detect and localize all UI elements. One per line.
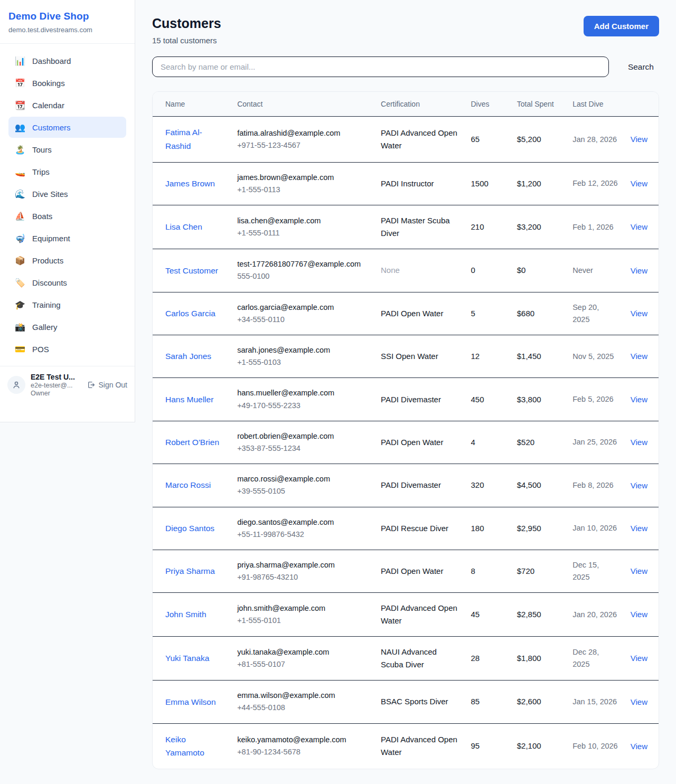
table-row: Test Customertest-1772681807767@example.…	[153, 249, 659, 292]
add-customer-button[interactable]: Add Customer	[584, 16, 659, 36]
calendar-date-icon: 📅	[15, 78, 25, 88]
customer-name-link[interactable]: Robert O'Brien	[165, 438, 219, 447]
view-customer-link[interactable]: View	[631, 742, 647, 751]
view-customer-link[interactable]: View	[631, 610, 647, 619]
diving-mask-icon: 🤿	[15, 233, 25, 243]
table-row: Sarah Jonessarah.jones@example.com+1-555…	[153, 335, 659, 378]
customer-name-link[interactable]: Carlos Garcia	[165, 309, 215, 318]
sidebar-item-products[interactable]: 📦Products	[8, 250, 126, 271]
view-customer-link[interactable]: View	[631, 135, 647, 144]
customer-certification: PADI Rescue Diver	[381, 522, 458, 535]
view-customer-link[interactable]: View	[631, 222, 647, 231]
customer-certification: None	[381, 264, 458, 277]
dives-cell: 210	[464, 205, 510, 249]
customer-certification: PADI Divemaster	[381, 393, 458, 406]
contact-cell: priya.sharma@example.com+91-98765-43210	[231, 550, 374, 592]
dives-cell: 0	[464, 249, 510, 292]
tear-calendar-icon: 📆	[15, 100, 25, 110]
customer-name-link[interactable]: Hans Mueller	[165, 395, 213, 404]
view-customer-link[interactable]: View	[631, 266, 647, 275]
customer-name-link[interactable]: Emma Wilson	[165, 697, 216, 706]
customer-name-link[interactable]: Keiko Yamamoto	[165, 735, 204, 758]
sidebar-item-dashboard[interactable]: 📊Dashboard	[8, 50, 126, 71]
customer-name-link[interactable]: Marco Rossi	[165, 480, 211, 489]
customer-dives: 65	[471, 133, 504, 146]
dives-cell: 8	[464, 550, 510, 592]
view-customer-link[interactable]: View	[631, 438, 647, 447]
sidebar-item-discounts[interactable]: 🏷️Discounts	[8, 272, 126, 293]
view-customer-link[interactable]: View	[631, 309, 647, 318]
customer-name-link[interactable]: Diego Santos	[165, 524, 214, 533]
customer-dives: 180	[471, 522, 504, 535]
sidebar-item-dive-sites[interactable]: 🌊Dive Sites	[8, 183, 126, 204]
sidebar-item-trips[interactable]: 🚤Trips	[8, 161, 126, 182]
sidebar-item-customers[interactable]: 👥Customers	[8, 117, 126, 138]
graduation-cap-icon: 🎓	[15, 300, 25, 310]
customer-email: keiko.yamamoto@example.com	[237, 734, 368, 746]
customer-name-link[interactable]: Fatima Al-Rashid	[165, 128, 202, 150]
sidebar-item-bookings[interactable]: 📅Bookings	[8, 72, 126, 93]
customer-name-link[interactable]: Yuki Tanaka	[165, 654, 209, 663]
sidebar-item-gallery[interactable]: 📸Gallery	[8, 316, 126, 337]
name-cell: Hans Mueller	[153, 378, 231, 421]
total-spent-cell: $0	[511, 249, 567, 292]
action-cell: View	[624, 507, 659, 550]
name-cell: Carlos Garcia	[153, 292, 231, 335]
customer-dives: 12	[471, 350, 504, 363]
customer-dives: 4	[471, 436, 504, 449]
view-customer-link[interactable]: View	[631, 179, 647, 188]
search-button[interactable]: Search	[623, 58, 659, 76]
column-header-contact: Contact	[231, 92, 374, 117]
search-input[interactable]	[152, 56, 609, 77]
view-customer-link[interactable]: View	[631, 697, 647, 706]
action-cell: View	[624, 723, 659, 769]
last-dive-cell: Jan 28, 2026	[566, 117, 624, 163]
customer-phone: +1-555-0111	[237, 227, 368, 239]
dives-cell: 5	[464, 292, 510, 335]
sidebar-item-boats[interactable]: ⛵Boats	[8, 205, 126, 226]
sidebar-item-pos[interactable]: 💳POS	[8, 338, 126, 360]
dives-cell: 65	[464, 117, 510, 163]
customer-name-link[interactable]: James Brown	[165, 179, 215, 188]
total-spent-cell: $1,450	[511, 335, 567, 378]
contact-cell: marco.rossi@example.com+39-555-0105	[231, 464, 374, 507]
customer-email: carlos.garcia@example.com	[237, 301, 368, 314]
customer-total-spent: $1,450	[517, 350, 560, 363]
customer-name-link[interactable]: Priya Sharma	[165, 566, 215, 575]
customer-last-dive: Feb 5, 2026	[572, 393, 618, 405]
dives-cell: 28	[464, 637, 510, 681]
last-dive-cell: Jan 20, 2026	[566, 593, 624, 637]
view-customer-link[interactable]: View	[631, 566, 647, 575]
camera-flash-icon: 📸	[15, 322, 25, 332]
customer-name-link[interactable]: Test Customer	[165, 266, 218, 275]
certification-cell: NAUI Advanced Scuba Diver	[374, 637, 464, 681]
customer-certification: PADI Advanced Open Water	[381, 602, 458, 627]
customer-email: james.brown@example.com	[237, 172, 368, 184]
sidebar-item-equipment[interactable]: 🤿Equipment	[8, 228, 126, 249]
contact-cell: lisa.chen@example.com+1-555-0111	[231, 205, 374, 249]
sidebar-item-training[interactable]: 🎓Training	[8, 294, 126, 315]
certification-cell: SSI Open Water	[374, 335, 464, 378]
view-customer-link[interactable]: View	[631, 654, 647, 663]
customer-email: priya.sharma@example.com	[237, 559, 368, 571]
customer-name-link[interactable]: Lisa Chen	[165, 222, 202, 231]
view-customer-link[interactable]: View	[631, 395, 647, 404]
sidebar-item-tours[interactable]: 🏝️Tours	[8, 139, 126, 160]
sidebar-item-calendar[interactable]: 📆Calendar	[8, 95, 126, 116]
sign-out-button[interactable]: Sign Out	[87, 381, 127, 389]
people-icon: 👥	[15, 122, 25, 133]
customer-email: diego.santos@example.com	[237, 516, 368, 528]
contact-cell: john.smith@example.com+1-555-0101	[231, 593, 374, 637]
customer-name-link[interactable]: Sarah Jones	[165, 352, 211, 361]
view-customer-link[interactable]: View	[631, 524, 647, 533]
customer-dives: 0	[471, 264, 504, 277]
view-customer-link[interactable]: View	[631, 352, 647, 361]
contact-cell: james.brown@example.com+1-555-0113	[231, 162, 374, 205]
view-customer-link[interactable]: View	[631, 481, 647, 490]
customer-last-dive: Dec 28, 2025	[572, 646, 618, 670]
customer-name-link[interactable]: John Smith	[165, 610, 206, 619]
customer-phone: +39-555-0105	[237, 485, 368, 497]
name-cell: Test Customer	[153, 249, 231, 292]
dives-cell: 450	[464, 378, 510, 421]
search-bar: Search	[152, 56, 659, 77]
